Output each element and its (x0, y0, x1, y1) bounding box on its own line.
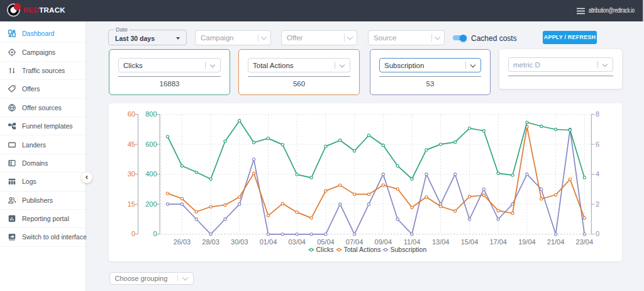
svg-text:23/04: 23/04 (576, 238, 594, 246)
svg-text:6: 6 (596, 140, 599, 147)
svg-text:800: 800 (145, 110, 157, 118)
svg-text:600: 600 (145, 140, 157, 147)
svg-text:30/03: 30/03 (231, 238, 248, 246)
svg-text:19/04: 19/04 (518, 238, 536, 246)
svg-text:03/04: 03/04 (288, 238, 306, 246)
svg-text:2: 2 (596, 200, 599, 207)
svg-text:Subscription: Subscription (391, 246, 427, 253)
svg-text:15: 15 (128, 200, 135, 207)
svg-text:30: 30 (128, 170, 135, 178)
svg-text:60: 60 (128, 110, 135, 118)
svg-text:4: 4 (596, 170, 599, 178)
svg-text:01/04: 01/04 (260, 238, 277, 246)
svg-text:07/04: 07/04 (346, 238, 364, 246)
svg-text:28/03: 28/03 (202, 238, 219, 246)
svg-text:Total Actions: Total Actions (344, 246, 381, 253)
svg-text:45: 45 (128, 140, 135, 147)
svg-text:8: 8 (596, 110, 599, 118)
svg-text:21/04: 21/04 (547, 238, 565, 246)
svg-text:Clicks: Clicks (316, 246, 334, 253)
svg-text:13/04: 13/04 (432, 238, 450, 246)
svg-text:15/04: 15/04 (461, 238, 479, 246)
svg-text:11/04: 11/04 (404, 238, 421, 246)
svg-text:0: 0 (153, 230, 157, 237)
svg-text:17/04: 17/04 (489, 238, 507, 246)
svg-text:09/04: 09/04 (375, 238, 392, 246)
svg-text:400: 400 (145, 170, 157, 178)
svg-text:200: 200 (145, 200, 157, 207)
svg-text:05/04: 05/04 (317, 238, 335, 246)
svg-text:26/03: 26/03 (174, 238, 191, 246)
svg-text:0: 0 (596, 230, 599, 237)
svg-text:0: 0 (131, 230, 135, 237)
